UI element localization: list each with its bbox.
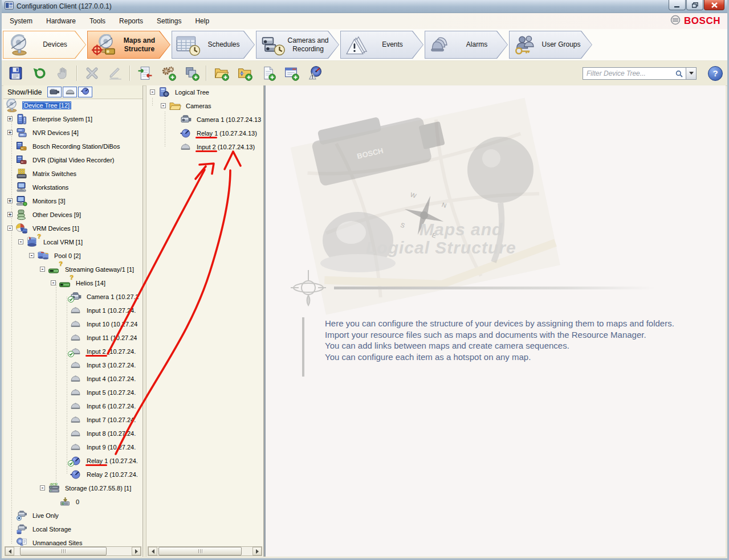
- add-folder-button[interactable]: [212, 64, 230, 83]
- device-tree-item-relay-1-10-27-24[interactable]: Relay 1 (10.27.24.: [3, 454, 142, 468]
- logical-tree-hscrollbar[interactable]: [148, 546, 262, 556]
- add-layer-button[interactable]: [182, 64, 201, 83]
- tree-item-label: Matrix Switches: [31, 170, 78, 178]
- question-badge-icon: ?: [70, 274, 74, 281]
- import-export-button[interactable]: [136, 64, 154, 83]
- collapse-toggle[interactable]: -: [150, 89, 155, 95]
- device-tree-hscrollbar[interactable]: [5, 546, 141, 556]
- menu-item-help[interactable]: Help: [188, 14, 216, 28]
- tab-alarms[interactable]: Alarms: [425, 31, 508, 59]
- device-tree-item-input-10-10-27-24[interactable]: Input 10 (10.27.24: [3, 317, 142, 331]
- logical-tree-item-input-2-10-27-24-13[interactable]: Input 2 (10.27.24.13): [146, 140, 263, 154]
- device-tree-item-input-2-10-27-24[interactable]: Input 2 (10.27.24.: [3, 345, 142, 358]
- device-tree-item-nvr-devices-4[interactable]: +NVR Devices [4]: [3, 126, 142, 140]
- device-tree-item-pool-0-2[interactable]: -Pool 0 [2]: [3, 249, 142, 263]
- menu-item-system[interactable]: System: [3, 14, 39, 28]
- device-tree-item-input-3-10-27-24[interactable]: Input 3 (10.27.24.: [3, 358, 142, 372]
- device-tree-item-enterprise-system-1[interactable]: +Enterprise System [1]: [3, 112, 142, 126]
- close-button[interactable]: [704, 0, 724, 10]
- device-tree-item-matrix-switches[interactable]: Matrix Switches: [3, 167, 142, 181]
- device-tree-item-vrm-devices-1[interactable]: -VRM Devices [1]: [3, 222, 142, 235]
- application-window: Configuration Client (127.0.0.1) SystemH…: [0, 0, 729, 560]
- undo-button[interactable]: [30, 64, 48, 83]
- toggle-inputs[interactable]: [63, 87, 77, 97]
- map-status-button[interactable]: [306, 64, 324, 83]
- device-tree-item-workstations[interactable]: Workstations: [3, 181, 142, 194]
- scrollbar-thumb[interactable]: [158, 547, 242, 555]
- save-button[interactable]: [6, 64, 25, 83]
- logical-tree-item-camera-1-10-27-24-13[interactable]: Camera 1 (10.27.24.13: [146, 113, 263, 126]
- filter-dropdown-button[interactable]: [686, 67, 697, 80]
- logical-tree-item-logical-tree[interactable]: -Logical Tree: [146, 85, 263, 99]
- device-tree-item-input-6-10-27-24[interactable]: Input 6 (10.27.24.: [3, 399, 142, 413]
- device-tree-item-relay-2-10-27-24[interactable]: Relay 2 (10.27.24.: [3, 468, 142, 481]
- expand-toggle[interactable]: +: [7, 130, 13, 135]
- expand-toggle[interactable]: +: [7, 116, 13, 121]
- add-hardware-button[interactable]: [159, 64, 177, 83]
- collapse-toggle[interactable]: -: [51, 280, 56, 285]
- menu-item-hardware[interactable]: Hardware: [39, 14, 83, 28]
- dome-icon: [70, 359, 82, 371]
- device-tree-item-local-storage[interactable]: Local Storage: [3, 522, 142, 536]
- menu-item-tools[interactable]: Tools: [83, 14, 112, 28]
- device-tree-item-input-1-10-27-24[interactable]: Input 1 (10.27.24.: [3, 304, 142, 317]
- add-viewport-button[interactable]: [282, 64, 300, 83]
- expand-toggle[interactable]: +: [7, 198, 13, 203]
- tab-events[interactable]: Events: [340, 31, 423, 59]
- logical-tree-item-cameras[interactable]: -Cameras: [146, 99, 263, 113]
- collapse-toggle[interactable]: -: [18, 239, 23, 244]
- scroll-left-button[interactable]: [5, 547, 14, 555]
- device-tree-item-input-9-10-27-24[interactable]: Input 9 (10.27.24.: [3, 440, 142, 454]
- scroll-left-button[interactable]: [148, 547, 157, 555]
- toggle-cameras[interactable]: [47, 87, 62, 97]
- device-tree-item-input-11-10-27-24[interactable]: Input 11 (10.27.24: [3, 331, 142, 345]
- expand-toggle[interactable]: +: [7, 212, 13, 217]
- device-tree-item-input-4-10-27-24[interactable]: Input 4 (10.27.24.: [3, 372, 142, 386]
- device-tree-item-camera-1-10-27-2[interactable]: Camera 1 (10.27.2: [3, 290, 142, 304]
- restore-button[interactable]: [686, 0, 703, 10]
- tab-user-groups[interactable]: User Groups: [509, 31, 592, 59]
- collapse-toggle[interactable]: -: [40, 485, 45, 490]
- minimize-button[interactable]: [669, 0, 686, 10]
- search-input[interactable]: [583, 67, 686, 80]
- dvr-icon: [15, 154, 28, 166]
- collapse-toggle[interactable]: -: [7, 226, 13, 231]
- device-tree-item-live-only[interactable]: Live Only: [3, 509, 142, 522]
- add-map-button[interactable]: [235, 64, 254, 83]
- device-tree-item-helios-14[interactable]: -?Helios [14]: [3, 276, 142, 290]
- scroll-right-button[interactable]: [252, 547, 262, 555]
- menu-bar: SystemHardwareToolsReportsSettingsHelp B…: [2, 13, 727, 29]
- device-tree-item-unmanaged-sites[interactable]: Unmanaged Sites: [3, 536, 142, 546]
- menu-item-settings[interactable]: Settings: [150, 14, 188, 28]
- collapse-toggle[interactable]: -: [29, 253, 34, 258]
- menu-item-reports[interactable]: Reports: [112, 14, 150, 28]
- folder-icon: [169, 100, 181, 112]
- device-tree-item-device-tree-12[interactable]: Device Tree [12]: [3, 99, 142, 112]
- tab-cameras-and-recording[interactable]: Cameras and Recording: [256, 31, 339, 59]
- logical-tree-item-relay-1-10-27-24-13[interactable]: Relay 1 (10.27.24.13): [146, 126, 263, 140]
- lun-icon: ID: [59, 496, 71, 508]
- device-tree-item-bosch-recording-station-dibos[interactable]: Bosch Recording Station/DiBos: [3, 140, 142, 153]
- help-button[interactable]: ?: [708, 66, 723, 81]
- device-tree-item-input-8-10-27-24[interactable]: Input 8 (10.27.24.: [3, 427, 142, 440]
- device-tree-item-dvr-digital-video-recorder[interactable]: DVR (Digital Video Recorder): [3, 153, 142, 167]
- device-tree-item-local-vrm-1[interactable]: -?Local VRM [1]: [3, 235, 142, 249]
- device-tree-item-other-devices-9[interactable]: +Other Devices [9]: [3, 208, 142, 222]
- collapse-toggle[interactable]: -: [40, 267, 45, 272]
- toggle-relays[interactable]: [78, 87, 92, 97]
- pool-icon: [37, 250, 50, 261]
- scrollbar-thumb[interactable]: [20, 547, 107, 555]
- tab-schedules[interactable]: Schedules: [172, 31, 255, 59]
- device-tree-item-monitors-3[interactable]: +Monitors [3]: [3, 194, 142, 208]
- scroll-right-button[interactable]: [132, 547, 141, 555]
- tab-devices[interactable]: Devices: [3, 31, 86, 59]
- device-tree-item-0[interactable]: ID0: [3, 495, 142, 509]
- collapse-toggle[interactable]: -: [161, 103, 166, 108]
- add-document-button[interactable]: [259, 64, 277, 83]
- device-tree-item-input-7-10-27-24[interactable]: Input 7 (10.27.24.: [3, 413, 142, 427]
- device-tree-item-input-5-10-27-24[interactable]: Input 5 (10.27.24.: [3, 386, 142, 399]
- device-tree-item-storage-10-27-55-8-1[interactable]: -iSCSIStorage (10.27.55.8) [1]: [3, 481, 142, 495]
- tab-maps-and-structure[interactable]: Maps and Structure: [87, 31, 170, 59]
- check-badge-icon: [68, 460, 74, 468]
- tab-alarms: [428, 34, 454, 56]
